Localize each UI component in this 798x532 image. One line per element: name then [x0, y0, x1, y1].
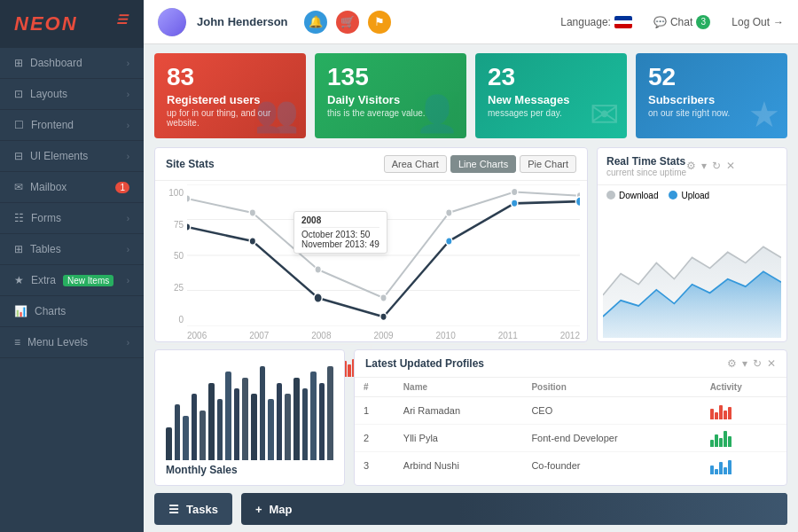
act-bar-2-1 — [715, 469, 718, 474]
act-bar-2-2 — [719, 462, 723, 474]
stat-number-subscribers: 52 — [648, 64, 775, 91]
ms-bar-8 — [234, 388, 240, 460]
chat-count: 3 — [696, 15, 710, 29]
sidebar-item-frontend[interactable]: ☐ Frontend › — [0, 110, 144, 141]
latest-profiles-panel: Latest Updated Profiles ⚙ ▾ ↻ ✕ # Name P… — [354, 349, 787, 486]
tab-line-charts[interactable]: Line Charts — [450, 155, 516, 173]
ms-bar-17 — [310, 372, 317, 460]
cart-icon: 🛒 — [336, 11, 359, 34]
stats-row: 83 Registered users up for in our thing,… — [144, 44, 798, 147]
tab-area-chart[interactable]: Area Chart — [384, 155, 447, 173]
ms-bar-1 — [175, 404, 181, 460]
flag-icon-btn[interactable]: ⚑ — [368, 11, 391, 34]
sidebar-toggle[interactable]: ☰ — [116, 12, 129, 27]
act-bar-0-1 — [715, 412, 718, 419]
monthly-sales-title: Monthly Sales — [166, 464, 333, 476]
realtime-settings-icon[interactable]: ⚙ — [686, 160, 696, 172]
svg-point-6 — [249, 209, 255, 217]
act-bar-1-3 — [724, 431, 727, 447]
act-bar-1-1 — [715, 434, 718, 447]
cell-num-2: 3 — [355, 452, 395, 480]
cell-position-0: CEO — [522, 397, 700, 425]
header-username: John Henderson — [197, 15, 288, 28]
ms-bar-5 — [208, 383, 215, 460]
lp-settings-icon[interactable]: ⚙ — [727, 357, 737, 370]
lp-down-icon[interactable]: ▾ — [742, 357, 747, 370]
lp-refresh-icon[interactable]: ↻ — [753, 357, 762, 370]
tasks-button[interactable]: ☰ Tasks — [154, 493, 232, 525]
chat-button[interactable]: 💬 Chat 3 — [653, 15, 710, 29]
svg-point-9 — [446, 209, 452, 217]
sidebar-item-layouts[interactable]: ⊡ Layouts › — [0, 79, 144, 110]
cart-icon-btn[interactable]: 🛒 — [336, 11, 359, 34]
sidebar-item-forms[interactable]: ☷ Forms › — [0, 203, 144, 234]
forms-icon: ☷ — [14, 212, 24, 224]
table-row-0: 1 Ari Ramadan CEO — [355, 397, 786, 425]
sidebar-item-extra[interactable]: ★ Extra New Items › — [0, 265, 144, 296]
logout-label: Log Out — [732, 16, 770, 28]
extra-icon: ★ — [14, 274, 24, 286]
ms-bar-19 — [327, 366, 333, 460]
act-bar-2-0 — [710, 466, 714, 474]
menu-levels-icon: ≡ — [14, 336, 20, 348]
realtime-sub: current since uptime — [606, 168, 686, 177]
header-icons: 🔔 🛒 ⚑ — [304, 11, 391, 34]
lp-close-icon[interactable]: ✕ — [767, 357, 776, 370]
monthly-sales-bars — [166, 359, 333, 460]
ms-bar-18 — [319, 383, 325, 460]
y-label-50: 50 — [162, 251, 184, 261]
sidebar-item-mailbox[interactable]: ✉ Mailbox 1 — [0, 172, 144, 203]
sidebar-menu: ⊞ Dashboard › ⊡ Layouts › ☐ Frontend › ⊟… — [0, 48, 144, 532]
tasks-icon: ☰ — [168, 503, 179, 516]
ms-bar-11 — [260, 366, 266, 460]
ui-elements-icon: ⊟ — [14, 150, 23, 162]
language-selector[interactable]: Language: — [560, 16, 632, 28]
ms-bar-10 — [251, 394, 257, 460]
logo-n: N — [62, 12, 78, 35]
cell-activity-2 — [701, 452, 786, 480]
user-avatar — [158, 8, 186, 36]
dashboard-icon: ⊞ — [14, 57, 23, 69]
col-name: Name — [395, 378, 523, 397]
realtime-refresh-icon[interactable]: ↻ — [712, 160, 721, 172]
svg-point-5 — [187, 195, 191, 203]
svg-point-14 — [314, 293, 322, 302]
sidebar-item-dashboard[interactable]: ⊞ Dashboard › — [0, 48, 144, 79]
stat-icon-subscribers: ★ — [748, 94, 780, 135]
chart-inner: 2008 October 2013: 50 November 2013: 49 … — [187, 184, 580, 340]
realtime-expand-icon[interactable]: ▾ — [701, 160, 707, 172]
realtime-svg — [603, 209, 781, 338]
svg-point-17 — [511, 200, 517, 207]
stat-icon-visitors: 👤 — [415, 93, 459, 135]
map-button[interactable]: + Map — [241, 493, 787, 525]
sidebar-item-menu-levels[interactable]: ≡ Menu Levels › — [0, 327, 144, 358]
ui-arrow: › — [127, 152, 129, 161]
latest-profiles-header: Latest Updated Profiles ⚙ ▾ ↻ ✕ — [355, 350, 786, 378]
ms-bar-3 — [192, 394, 198, 460]
cell-num-0: 1 — [355, 397, 395, 425]
tab-pie-chart[interactable]: Pie Chart — [520, 155, 576, 173]
mailbox-badge: 1 — [115, 182, 129, 193]
table-row-2: 3 Arbind Nushi Co-founder — [355, 452, 786, 480]
ms-bar-16 — [302, 388, 309, 460]
header: John Henderson 🔔 🛒 ⚑ Language: 💬 Chat 3 … — [144, 0, 798, 44]
layouts-icon: ⊡ — [14, 88, 23, 100]
x-label-2008: 2008 — [311, 331, 331, 340]
x-label-2012: 2012 — [560, 331, 580, 340]
content-bottom: Monthly Sales Latest Updated Profiles ⚙ … — [144, 342, 798, 493]
svg-point-15 — [380, 313, 387, 321]
extra-arrow: › — [127, 276, 129, 286]
notification-icon-btn[interactable]: 🔔 — [304, 11, 327, 34]
act-bar-0-4 — [728, 407, 732, 419]
legend-upload-label: Upload — [681, 191, 709, 200]
realtime-close-icon[interactable]: ✕ — [726, 160, 735, 172]
sidebar-item-charts[interactable]: 📊 Charts — [0, 296, 144, 327]
dashboard-arrow: › — [127, 59, 129, 68]
language-label: Language: — [560, 16, 611, 28]
logout-button[interactable]: Log Out → — [732, 16, 784, 28]
sidebar-item-ui-elements[interactable]: ⊟ UI Elements › — [0, 141, 144, 172]
tables-icon: ⊞ — [14, 243, 23, 255]
sidebar-item-tables[interactable]: ⊞ Tables › — [0, 234, 144, 265]
y-label-75: 75 — [162, 220, 184, 230]
flag-icon: ⚑ — [368, 11, 391, 34]
